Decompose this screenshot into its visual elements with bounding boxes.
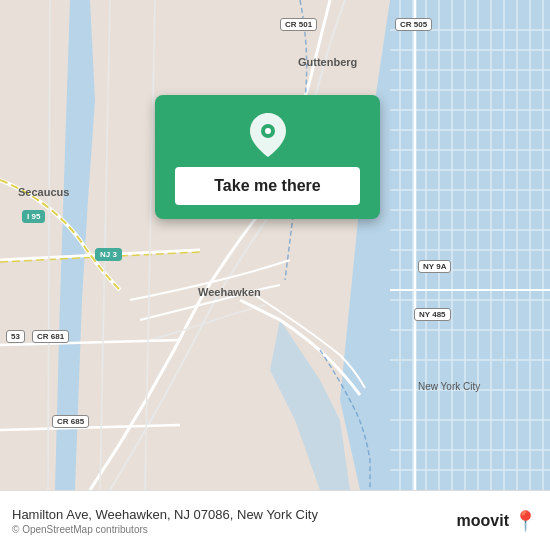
- place-label-weehawken: Weehawken: [195, 285, 264, 299]
- address-section: Hamilton Ave, Weehawken, NJ 07086, New Y…: [12, 507, 318, 535]
- attribution-text: © OpenStreetMap contributors: [12, 524, 318, 535]
- location-pin-icon: [246, 113, 290, 157]
- moovit-logo: moovit 📍: [457, 509, 538, 533]
- address-city: New York City: [237, 507, 318, 522]
- map-container: Secaucus Guttenberg Weehawken New York C…: [0, 0, 550, 490]
- address-text: Hamilton Ave, Weehawken, NJ 07086, New Y…: [12, 507, 318, 522]
- svg-point-42: [265, 128, 271, 134]
- place-label-guttenberg: Guttenberg: [295, 55, 360, 69]
- place-label-secaucus: Secaucus: [15, 185, 72, 199]
- route-badge-nj3: NJ 3: [95, 248, 122, 261]
- moovit-text: moovit: [457, 512, 509, 530]
- bottom-bar: Hamilton Ave, Weehawken, NJ 07086, New Y…: [0, 490, 550, 550]
- route-badge-cr501: CR 501: [280, 18, 317, 31]
- address-main: Hamilton Ave, Weehawken, NJ 07086,: [12, 507, 233, 522]
- route-badge-i95: I 95: [22, 210, 45, 223]
- route-badge-cr685: CR 685: [52, 415, 89, 428]
- overlay-box: Take me there: [155, 95, 380, 219]
- route-badge-ny9a: NY 9A: [418, 260, 451, 273]
- place-label-nyc: New York City: [415, 380, 483, 393]
- route-badge-53: 53: [6, 330, 25, 343]
- route-badge-ny485: NY 485: [414, 308, 451, 321]
- route-badge-cr505: CR 505: [395, 18, 432, 31]
- moovit-pin-icon: 📍: [513, 509, 538, 533]
- take-me-there-button[interactable]: Take me there: [175, 167, 360, 205]
- route-badge-cr681: CR 681: [32, 330, 69, 343]
